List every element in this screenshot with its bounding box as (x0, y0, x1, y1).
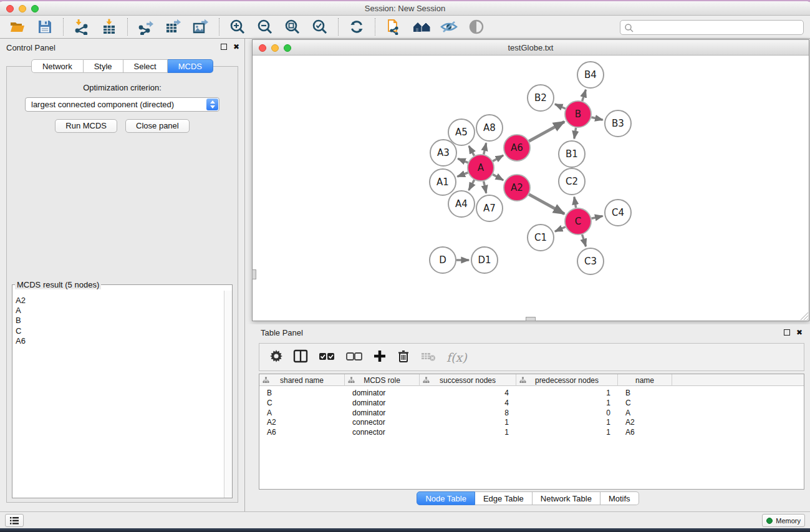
column-header-name[interactable]: name (618, 374, 672, 386)
network-window-titlebar[interactable]: testGlobe.txt (253, 40, 809, 56)
refresh-icon[interactable] (349, 19, 365, 35)
zoom-fit-icon[interactable] (284, 19, 301, 35)
show-panel-icon[interactable] (468, 19, 484, 35)
node-A5[interactable]: A5 (448, 119, 475, 145)
table-row[interactable]: Bdominator41B (259, 388, 804, 398)
node-C2[interactable]: C2 (559, 168, 585, 195)
select-all-icon[interactable] (318, 349, 335, 365)
edge-B-B4[interactable] (582, 90, 586, 101)
import-table-icon[interactable] (101, 19, 117, 35)
edge-A-A4[interactable] (469, 180, 475, 190)
node-A4[interactable]: A4 (448, 191, 475, 217)
node-A1[interactable]: A1 (430, 169, 456, 195)
table-row[interactable]: Adominator80A (259, 408, 804, 418)
column-header-successor-nodes[interactable]: successor nodes (420, 374, 516, 386)
edge-A-A6[interactable] (493, 155, 503, 161)
node-B[interactable]: B (565, 101, 591, 127)
node-B3[interactable]: B3 (605, 110, 631, 137)
column-header-predecessor-nodes[interactable]: predecessor nodes (516, 374, 618, 386)
split-columns-icon[interactable] (293, 349, 308, 365)
node-A3[interactable]: A3 (430, 140, 456, 166)
node-D[interactable]: D (430, 247, 456, 273)
node-A8[interactable]: A8 (476, 115, 503, 141)
deselect-all-icon[interactable] (345, 349, 363, 365)
edge-A-A5[interactable] (469, 146, 475, 156)
node-C4[interactable]: C4 (605, 200, 631, 226)
tab-network-table[interactable]: Network Table (533, 491, 600, 505)
tab-select[interactable]: Select (123, 59, 168, 73)
search-input[interactable] (620, 20, 804, 35)
network-canvas[interactable]: B4B2BB3A5A8A6B1A3AA1C2A2A4A7C4CC1C3DD1 (253, 56, 809, 321)
task-history-button[interactable] (5, 514, 24, 527)
run-mcds-button[interactable]: Run MCDS (55, 119, 117, 133)
mcds-result-item[interactable]: A6 (16, 336, 224, 346)
tab-edge-table[interactable]: Edge Table (475, 491, 533, 505)
edge-B-B2[interactable] (555, 104, 566, 109)
edge-B-B1[interactable] (574, 128, 576, 139)
mcds-result-list[interactable]: A2ABCA6 (13, 296, 224, 497)
tab-style[interactable]: Style (84, 59, 123, 73)
mcds-list-scrollbar[interactable] (224, 291, 232, 498)
edge-A-A3[interactable] (458, 158, 468, 163)
table-row[interactable]: A6connector11A6 (259, 427, 804, 437)
table-row[interactable]: Cdominator41C (259, 398, 804, 408)
close-table-panel-icon[interactable]: ✖ (796, 329, 803, 336)
node-A[interactable]: A (468, 155, 494, 181)
mcds-result-item[interactable]: B (16, 316, 224, 326)
mcds-result-item[interactable]: C (16, 326, 224, 336)
tab-node-table[interactable]: Node Table (417, 491, 475, 505)
function-icon[interactable]: f(x) (446, 351, 467, 364)
delete-icon[interactable] (397, 349, 410, 365)
node-A2[interactable]: A2 (504, 175, 530, 201)
window-resize-grip-corner[interactable] (800, 312, 809, 321)
close-panel-button[interactable]: Close panel (125, 119, 190, 133)
export-network-icon[interactable] (138, 19, 154, 35)
window-resize-grip-bottom[interactable] (526, 317, 536, 321)
edge-A-A1[interactable] (457, 173, 468, 177)
node-A7[interactable]: A7 (476, 195, 503, 221)
node-D1[interactable]: D1 (471, 247, 498, 273)
float-panel-icon[interactable] (221, 44, 227, 50)
node-C1[interactable]: C1 (528, 225, 554, 251)
export-image-icon[interactable] (193, 19, 209, 35)
edge-A2-C[interactable] (529, 195, 564, 214)
edge-A6-B[interactable] (529, 122, 564, 141)
gear-icon[interactable] (269, 349, 283, 365)
table-row[interactable]: A2connector11A2 (259, 417, 804, 427)
zoom-in-icon[interactable] (229, 19, 246, 35)
zoom-out-icon[interactable] (257, 19, 273, 35)
mcds-result-item[interactable]: A (16, 306, 224, 316)
tab-motifs[interactable]: Motifs (600, 491, 639, 505)
memory-button[interactable]: Memory (762, 514, 805, 527)
delete-table-icon[interactable] (420, 349, 436, 365)
edge-C-C2[interactable] (574, 197, 576, 208)
edge-C-C1[interactable] (555, 227, 566, 231)
node-B1[interactable]: B1 (559, 141, 585, 167)
edge-B-B3[interactable] (591, 117, 602, 120)
clone-network-icon[interactable] (385, 19, 402, 35)
tab-mcds[interactable]: MCDS (168, 59, 213, 73)
edge-A-A8[interactable] (484, 143, 486, 154)
column-header-MCDS-role[interactable]: MCDS role (345, 374, 420, 386)
mcds-result-item[interactable]: A2 (16, 296, 224, 306)
home-icon[interactable] (413, 19, 429, 35)
zoom-selected-icon[interactable] (312, 19, 328, 35)
node-B2[interactable]: B2 (528, 85, 554, 111)
edge-A-A7[interactable] (484, 181, 486, 193)
open-session-icon[interactable] (9, 19, 26, 35)
add-icon[interactable] (373, 349, 387, 365)
save-session-icon[interactable] (37, 19, 53, 35)
tab-network[interactable]: Network (31, 59, 84, 73)
criterion-dropdown[interactable]: largest connected component (directed) (25, 97, 219, 112)
node-C3[interactable]: C3 (577, 248, 604, 274)
node-A6[interactable]: A6 (504, 135, 530, 161)
export-table-icon[interactable] (165, 19, 181, 35)
hide-panel-icon[interactable] (440, 19, 456, 35)
edge-A-A2[interactable] (493, 175, 503, 180)
node-C[interactable]: C (565, 208, 591, 235)
float-table-panel-icon[interactable] (784, 329, 790, 336)
edge-C-C4[interactable] (591, 216, 602, 218)
import-network-icon[interactable] (74, 19, 90, 35)
edge-C-C3[interactable] (582, 235, 586, 246)
close-panel-icon[interactable]: ✖ (233, 44, 239, 50)
